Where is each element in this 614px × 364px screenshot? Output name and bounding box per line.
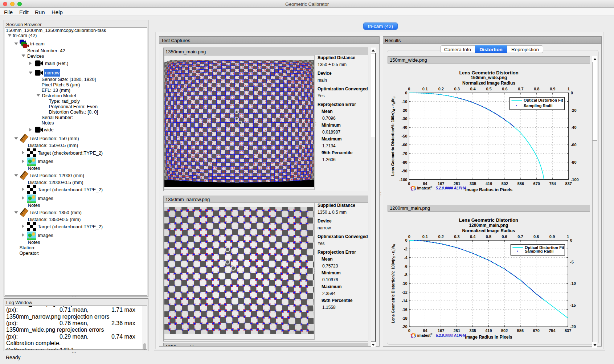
svg-text:-20: -20	[571, 108, 577, 113]
svg-text:84: 84	[423, 181, 427, 186]
svg-text:0.9: 0.9	[550, 87, 555, 91]
svg-text:-100: -100	[571, 177, 579, 182]
svg-text:®: ®	[430, 333, 433, 335]
svg-text:Image Radius in Pixels: Image Radius in Pixels	[465, 335, 512, 340]
svg-text:Sampling Radii: Sampling Radii	[524, 103, 552, 108]
svg-text:-8: -8	[404, 273, 408, 277]
svg-text:-16: -16	[402, 307, 408, 312]
svg-text:670: 670	[533, 181, 540, 186]
svg-text:-14: -14	[402, 299, 408, 303]
svg-text:837: 837	[565, 328, 571, 333]
svg-text:0: 0	[570, 238, 572, 242]
svg-text:Image Radius in Pixels: Image Radius in Pixels	[465, 187, 512, 192]
svg-text:0: 0	[408, 234, 410, 239]
svg-text:837: 837	[565, 181, 572, 186]
svg-text:1: 1	[568, 87, 570, 91]
svg-text:0.2: 0.2	[438, 234, 444, 239]
svg-text:0.6: 0.6	[502, 87, 507, 91]
svg-text:imatest: imatest	[417, 333, 431, 338]
svg-text:5.2.0.#### ALPHA: 5.2.0.#### ALPHA	[436, 186, 466, 190]
svg-text:419: 419	[486, 181, 492, 186]
svg-text:-50: -50	[401, 134, 407, 138]
svg-text:0.4: 0.4	[470, 234, 476, 239]
svg-text:335: 335	[470, 328, 476, 333]
svg-text:84: 84	[423, 328, 427, 333]
svg-text:0.5: 0.5	[486, 87, 491, 91]
svg-text:-15: -15	[570, 303, 576, 307]
svg-text:imatest: imatest	[417, 186, 430, 190]
svg-text:-10: -10	[402, 281, 408, 286]
svg-text:0.8: 0.8	[533, 234, 539, 239]
svg-text:502: 502	[502, 181, 508, 186]
svg-text:586: 586	[517, 328, 524, 333]
svg-text:5.2.0.#### ALPHA: 5.2.0.#### ALPHA	[436, 334, 466, 338]
svg-text:-60: -60	[571, 143, 577, 147]
svg-text:0: 0	[571, 91, 573, 95]
svg-text:Lens Geometric Distortion: Lens Geometric Distortion	[459, 217, 518, 223]
svg-text:Normalized Image Radius: Normalized Image Radius	[462, 81, 515, 86]
svg-text:-20: -20	[401, 108, 407, 113]
svg-text:0.6: 0.6	[502, 234, 507, 239]
svg-text:-20: -20	[402, 324, 408, 329]
svg-text:Lens Geometric Distortion%: 10: Lens Geometric Distortion%: 100×(rd - ru…	[390, 97, 396, 176]
svg-text:Sampling Radii: Sampling Radii	[525, 249, 553, 253]
svg-text:-18: -18	[402, 316, 408, 320]
svg-text:0.5: 0.5	[486, 234, 491, 239]
svg-text:0.2: 0.2	[438, 87, 444, 91]
svg-text:-20: -20	[570, 324, 576, 329]
svg-text:0.1: 0.1	[422, 87, 428, 91]
svg-text:0: 0	[405, 91, 407, 95]
svg-text:419: 419	[485, 328, 492, 333]
svg-text:251: 251	[454, 181, 460, 186]
svg-text:0: 0	[408, 328, 410, 333]
svg-text:754: 754	[549, 328, 556, 333]
svg-text:Lens Geometric Distortion: Lens Geometric Distortion	[459, 70, 518, 75]
svg-text:-6: -6	[404, 264, 408, 269]
svg-text:251: 251	[454, 328, 460, 333]
svg-text:Lens Geometric Distortion%: 10: Lens Geometric Distortion%: 100×(rd - ru…	[391, 244, 396, 323]
svg-text:-60: -60	[401, 143, 407, 147]
svg-text:586: 586	[517, 181, 524, 186]
svg-text:754: 754	[549, 181, 556, 186]
svg-text:0: 0	[405, 238, 408, 242]
svg-text:1: 1	[567, 234, 569, 239]
svg-text:-12: -12	[402, 290, 408, 294]
svg-text:-90: -90	[401, 169, 407, 173]
svg-text:0.7: 0.7	[518, 87, 523, 91]
svg-text:0.3: 0.3	[454, 87, 460, 91]
svg-text:0.8: 0.8	[534, 87, 539, 91]
svg-text:-10: -10	[570, 281, 576, 286]
svg-text:0: 0	[408, 87, 410, 91]
svg-text:150mm_wide.png: 150mm_wide.png	[471, 75, 507, 80]
svg-text:-80: -80	[401, 160, 407, 164]
svg-text:0.4: 0.4	[470, 87, 476, 91]
svg-text:-5: -5	[570, 260, 574, 264]
svg-text:-100: -100	[399, 177, 407, 182]
svg-text:-10: -10	[401, 99, 407, 104]
svg-text:0.7: 0.7	[517, 234, 523, 239]
svg-text:-4: -4	[404, 255, 408, 260]
svg-text:-2: -2	[404, 247, 408, 251]
svg-text:-40: -40	[401, 125, 407, 130]
svg-text:0.1: 0.1	[422, 234, 428, 239]
svg-text:670: 670	[533, 328, 539, 333]
svg-text:-30: -30	[401, 116, 407, 121]
svg-text:502: 502	[501, 328, 508, 333]
svg-text:0.3: 0.3	[454, 234, 459, 239]
svg-text:®: ®	[430, 186, 433, 188]
svg-text:335: 335	[470, 181, 476, 186]
svg-text:-70: -70	[401, 151, 407, 156]
svg-text:167: 167	[438, 181, 444, 186]
svg-text:167: 167	[438, 328, 444, 333]
svg-text:1200mm_main.png: 1200mm_main.png	[469, 223, 508, 228]
svg-text:-80: -80	[571, 160, 577, 164]
svg-text:Normalized Image Radius: Normalized Image Radius	[462, 228, 515, 233]
svg-text:0: 0	[408, 181, 410, 186]
svg-text:Optical Distortion Fit: Optical Distortion Fit	[524, 98, 563, 102]
svg-text:-40: -40	[571, 125, 577, 130]
svg-text:0.9: 0.9	[549, 234, 555, 239]
